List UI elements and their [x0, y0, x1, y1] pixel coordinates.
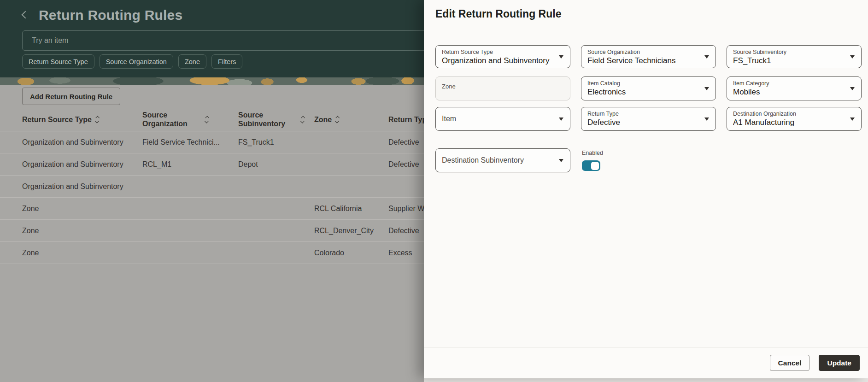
field-destination-subinventory[interactable]: Destination Subinventory	[435, 148, 570, 172]
column-header-source-subinventory[interactable]: Source Subinventory	[238, 111, 314, 128]
column-header-label: Zone	[314, 115, 332, 124]
column-header-source-organization[interactable]: Source Organization	[142, 111, 238, 128]
column-header-label: Return Source Type	[22, 115, 92, 124]
filter-chip-return-source-type[interactable]: Return Source Type	[22, 54, 94, 69]
field-label: Item Category	[733, 80, 769, 87]
add-return-routing-rule-button[interactable]: Add Return Routing Rule	[22, 88, 120, 105]
column-header-zone[interactable]: Zone	[314, 115, 388, 124]
table-cell: RCL California	[314, 205, 388, 213]
field-label: Source Organization	[587, 49, 640, 55]
field-item-category[interactable]: Item CategoryMobiles	[727, 76, 862, 100]
column-header-return-source-type[interactable]: Return Source Type	[22, 115, 142, 124]
filter-chip-source-organization[interactable]: Source Organization	[100, 54, 173, 69]
dropdown-caret-icon	[704, 87, 709, 90]
dropdown-caret-icon	[559, 159, 563, 162]
table-cell: Colorado	[314, 249, 388, 257]
table-cell: Organization and Subinventory	[22, 138, 142, 147]
field-label: Item Catalog	[587, 80, 620, 87]
page-title: Return Routing Rules	[39, 7, 182, 23]
field-label: Return Type	[587, 111, 619, 117]
cancel-button[interactable]: Cancel	[770, 355, 810, 371]
enabled-label: Enabled	[582, 150, 603, 156]
dropdown-caret-icon	[704, 118, 709, 121]
field-zone: Zone	[435, 76, 570, 100]
field-label: Zone	[442, 83, 456, 90]
field-item-catalog[interactable]: Item CatalogElectronics	[581, 76, 716, 100]
field-value: Field Service Technicians	[587, 56, 698, 65]
filter-chip-filters[interactable]: Filters	[211, 54, 242, 69]
dropdown-caret-icon	[850, 87, 855, 90]
field-value: Defective	[587, 118, 698, 127]
dropdown-caret-icon	[559, 118, 563, 121]
field-source-organization[interactable]: Source OrganizationField Service Technic…	[581, 45, 716, 68]
field-value: FS_Truck1	[733, 56, 844, 65]
field-label: Item	[442, 115, 456, 123]
field-value: Organization and Subinventory	[442, 56, 552, 65]
dropdown-caret-icon	[850, 55, 855, 59]
field-destination-organization[interactable]: Destination OrganizationA1 Manufacturing	[727, 107, 862, 131]
field-return-type[interactable]: Return TypeDefective	[581, 107, 716, 131]
field-value: Mobiles	[733, 88, 844, 97]
form-row-4: Destination SubinventoryEnabled	[435, 148, 716, 172]
sort-icon[interactable]	[336, 116, 339, 123]
field-label: Source Subinventory	[733, 49, 786, 55]
form-row-1: Return Source TypeOrganization and Subin…	[435, 45, 862, 68]
form-row-2: ZoneItem CatalogElectronicsItem Category…	[435, 76, 862, 100]
drawer-title: Edit Return Routing Rule	[435, 8, 561, 20]
field-value: Electronics	[587, 88, 698, 97]
dropdown-caret-icon	[850, 118, 855, 121]
table-cell: FS_Truck1	[238, 138, 314, 147]
sort-icon[interactable]	[96, 116, 99, 123]
sort-icon[interactable]	[301, 116, 304, 123]
field-value: A1 Manufacturing	[733, 118, 844, 127]
field-item[interactable]: Item	[435, 107, 570, 131]
back-icon[interactable]	[18, 9, 30, 21]
table-cell: Zone	[22, 205, 142, 213]
field-return-source-type[interactable]: Return Source TypeOrganization and Subin…	[435, 45, 570, 68]
table-cell: Zone	[22, 227, 142, 235]
field-label: Destination Subinventory	[442, 156, 524, 165]
column-header-label: Source Subinventory	[238, 111, 297, 128]
update-button[interactable]: Update	[819, 355, 860, 371]
table-cell: Field Service Technici...	[142, 138, 238, 147]
table-cell: Zone	[22, 249, 142, 257]
enabled-toggle[interactable]	[582, 160, 600, 171]
filter-chip-zone[interactable]: Zone	[178, 54, 206, 69]
field-label: Destination Organization	[733, 111, 796, 117]
table-cell: Organization and Subinventory	[22, 182, 142, 191]
drawer-footer: Cancel Update	[424, 347, 868, 378]
table-cell: Organization and Subinventory	[22, 160, 142, 169]
table-cell: Depot	[238, 160, 314, 169]
edit-return-routing-rule-drawer: Edit Return Routing Rule Return Source T…	[424, 0, 868, 378]
page-bottom-strip	[424, 378, 868, 382]
field-label: Return Source Type	[442, 49, 493, 55]
dropdown-caret-icon	[559, 55, 563, 59]
enabled-toggle-cell: Enabled	[581, 148, 716, 172]
dropdown-caret-icon	[704, 55, 709, 59]
table-cell: RCL_Denver_City	[314, 227, 388, 235]
column-header-label: Source Organization	[142, 111, 201, 128]
filter-chip-row: Return Source TypeSource OrganizationZon…	[22, 54, 242, 69]
table-cell: RCL_M1	[142, 160, 238, 169]
toggle-knob	[591, 162, 599, 170]
form-row-3: ItemReturn TypeDefectiveDestination Orga…	[435, 107, 862, 131]
sort-icon[interactable]	[205, 116, 208, 123]
field-source-subinventory[interactable]: Source SubinventoryFS_Truck1	[727, 45, 862, 68]
